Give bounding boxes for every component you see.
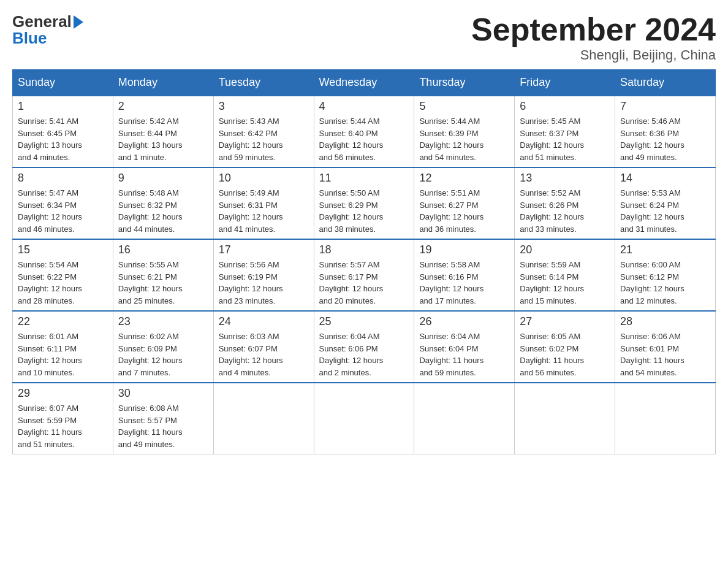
day-number: 30 [118, 387, 208, 400]
header-tuesday: Tuesday [213, 70, 314, 96]
day-number: 27 [520, 315, 610, 328]
day-info: Sunrise: 6:00 AMSunset: 6:12 PMDaylight:… [620, 259, 710, 307]
month-title: September 2024 [471, 12, 716, 47]
day-number: 22 [18, 315, 108, 328]
logo-arrow-icon [74, 15, 83, 29]
calendar-cell [414, 383, 515, 454]
day-number: 12 [419, 172, 509, 185]
calendar-cell: 14Sunrise: 5:53 AMSunset: 6:24 PMDayligh… [615, 167, 716, 239]
calendar-cell: 10Sunrise: 5:49 AMSunset: 6:31 PMDayligh… [213, 167, 314, 239]
calendar-cell: 11Sunrise: 5:50 AMSunset: 6:29 PMDayligh… [314, 167, 414, 239]
calendar-week-3: 15Sunrise: 5:54 AMSunset: 6:22 PMDayligh… [13, 239, 716, 311]
day-number: 7 [620, 100, 710, 113]
day-info: Sunrise: 6:01 AMSunset: 6:11 PMDaylight:… [18, 331, 108, 378]
day-info: Sunrise: 5:48 AMSunset: 6:32 PMDaylight:… [118, 187, 208, 235]
day-number: 1 [18, 100, 108, 113]
calendar-cell: 1Sunrise: 5:41 AMSunset: 6:45 PMDaylight… [13, 96, 113, 167]
calendar-cell: 3Sunrise: 5:43 AMSunset: 6:42 PMDaylight… [213, 96, 314, 167]
day-info: Sunrise: 5:54 AMSunset: 6:22 PMDaylight:… [18, 259, 108, 307]
calendar-cell: 12Sunrise: 5:51 AMSunset: 6:27 PMDayligh… [414, 167, 515, 239]
day-info: Sunrise: 5:44 AMSunset: 6:39 PMDaylight:… [419, 115, 509, 163]
day-info: Sunrise: 5:41 AMSunset: 6:45 PMDaylight:… [18, 115, 108, 163]
day-info: Sunrise: 5:43 AMSunset: 6:42 PMDaylight:… [219, 115, 309, 163]
day-number: 3 [219, 100, 309, 113]
day-number: 23 [118, 315, 208, 328]
calendar-cell [615, 383, 716, 454]
calendar-header-row: SundayMondayTuesdayWednesdayThursdayFrid… [13, 70, 716, 96]
day-info: Sunrise: 5:47 AMSunset: 6:34 PMDaylight:… [18, 187, 108, 235]
day-number: 15 [18, 243, 108, 256]
calendar-cell: 15Sunrise: 5:54 AMSunset: 6:22 PMDayligh… [13, 239, 113, 311]
calendar-cell: 19Sunrise: 5:58 AMSunset: 6:16 PMDayligh… [414, 239, 515, 311]
calendar-cell: 23Sunrise: 6:02 AMSunset: 6:09 PMDayligh… [113, 311, 213, 383]
day-number: 14 [620, 172, 710, 185]
day-info: Sunrise: 6:05 AMSunset: 6:02 PMDaylight:… [520, 331, 610, 378]
day-info: Sunrise: 5:46 AMSunset: 6:36 PMDaylight:… [620, 115, 710, 163]
calendar-cell: 5Sunrise: 5:44 AMSunset: 6:39 PMDaylight… [414, 96, 515, 167]
day-info: Sunrise: 6:04 AMSunset: 6:06 PMDaylight:… [319, 331, 409, 378]
day-info: Sunrise: 6:02 AMSunset: 6:09 PMDaylight:… [118, 331, 208, 378]
header-sunday: Sunday [13, 70, 113, 96]
day-info: Sunrise: 6:03 AMSunset: 6:07 PMDaylight:… [219, 331, 309, 378]
day-number: 25 [319, 315, 409, 328]
calendar-cell: 9Sunrise: 5:48 AMSunset: 6:32 PMDaylight… [113, 167, 213, 239]
calendar-cell [213, 383, 314, 454]
calendar-cell: 17Sunrise: 5:56 AMSunset: 6:19 PMDayligh… [213, 239, 314, 311]
calendar-cell: 6Sunrise: 5:45 AMSunset: 6:37 PMDaylight… [515, 96, 615, 167]
day-info: Sunrise: 5:51 AMSunset: 6:27 PMDaylight:… [419, 187, 509, 235]
day-number: 20 [520, 243, 610, 256]
calendar-cell [515, 383, 615, 454]
header-monday: Monday [113, 70, 213, 96]
calendar-cell [314, 383, 414, 454]
header: General Blue September 2024 Shengli, Bei… [12, 12, 716, 63]
calendar-cell: 29Sunrise: 6:07 AMSunset: 5:59 PMDayligh… [13, 383, 113, 454]
day-number: 10 [219, 172, 309, 185]
calendar-cell: 4Sunrise: 5:44 AMSunset: 6:40 PMDaylight… [314, 96, 414, 167]
calendar-cell: 22Sunrise: 6:01 AMSunset: 6:11 PMDayligh… [13, 311, 113, 383]
day-number: 9 [118, 172, 208, 185]
day-number: 19 [419, 243, 509, 256]
title-area: September 2024 Shengli, Beijing, China [471, 12, 716, 63]
calendar-cell: 7Sunrise: 5:46 AMSunset: 6:36 PMDaylight… [615, 96, 716, 167]
calendar-cell: 24Sunrise: 6:03 AMSunset: 6:07 PMDayligh… [213, 311, 314, 383]
header-thursday: Thursday [414, 70, 515, 96]
day-info: Sunrise: 5:55 AMSunset: 6:21 PMDaylight:… [118, 259, 208, 307]
logo-text-blue: Blue [12, 29, 83, 48]
day-info: Sunrise: 5:44 AMSunset: 6:40 PMDaylight:… [319, 115, 409, 163]
calendar: SundayMondayTuesdayWednesdayThursdayFrid… [12, 69, 716, 454]
calendar-cell: 28Sunrise: 6:06 AMSunset: 6:01 PMDayligh… [615, 311, 716, 383]
header-friday: Friday [515, 70, 615, 96]
day-info: Sunrise: 5:45 AMSunset: 6:37 PMDaylight:… [520, 115, 610, 163]
header-saturday: Saturday [615, 70, 716, 96]
calendar-cell: 30Sunrise: 6:08 AMSunset: 5:57 PMDayligh… [113, 383, 213, 454]
calendar-cell: 27Sunrise: 6:05 AMSunset: 6:02 PMDayligh… [515, 311, 615, 383]
calendar-week-1: 1Sunrise: 5:41 AMSunset: 6:45 PMDaylight… [13, 96, 716, 167]
day-number: 6 [520, 100, 610, 113]
calendar-cell: 18Sunrise: 5:57 AMSunset: 6:17 PMDayligh… [314, 239, 414, 311]
day-info: Sunrise: 5:42 AMSunset: 6:44 PMDaylight:… [118, 115, 208, 163]
day-info: Sunrise: 5:52 AMSunset: 6:26 PMDaylight:… [520, 187, 610, 235]
calendar-cell: 26Sunrise: 6:04 AMSunset: 6:04 PMDayligh… [414, 311, 515, 383]
day-number: 16 [118, 243, 208, 256]
day-number: 4 [319, 100, 409, 113]
calendar-cell: 21Sunrise: 6:00 AMSunset: 6:12 PMDayligh… [615, 239, 716, 311]
calendar-cell: 13Sunrise: 5:52 AMSunset: 6:26 PMDayligh… [515, 167, 615, 239]
day-number: 24 [219, 315, 309, 328]
calendar-week-5: 29Sunrise: 6:07 AMSunset: 5:59 PMDayligh… [13, 383, 716, 454]
day-number: 11 [319, 172, 409, 185]
day-number: 21 [620, 243, 710, 256]
day-number: 29 [18, 387, 108, 400]
calendar-cell: 20Sunrise: 5:59 AMSunset: 6:14 PMDayligh… [515, 239, 615, 311]
day-number: 17 [219, 243, 309, 256]
day-info: Sunrise: 5:50 AMSunset: 6:29 PMDaylight:… [319, 187, 409, 235]
day-info: Sunrise: 5:56 AMSunset: 6:19 PMDaylight:… [219, 259, 309, 307]
day-number: 2 [118, 100, 208, 113]
calendar-cell: 16Sunrise: 5:55 AMSunset: 6:21 PMDayligh… [113, 239, 213, 311]
day-info: Sunrise: 6:06 AMSunset: 6:01 PMDaylight:… [620, 331, 710, 378]
day-number: 28 [620, 315, 710, 328]
day-info: Sunrise: 6:07 AMSunset: 5:59 PMDaylight:… [18, 402, 108, 450]
day-info: Sunrise: 5:58 AMSunset: 6:16 PMDaylight:… [419, 259, 509, 307]
calendar-cell: 25Sunrise: 6:04 AMSunset: 6:06 PMDayligh… [314, 311, 414, 383]
location: Shengli, Beijing, China [471, 47, 716, 63]
day-number: 18 [319, 243, 409, 256]
